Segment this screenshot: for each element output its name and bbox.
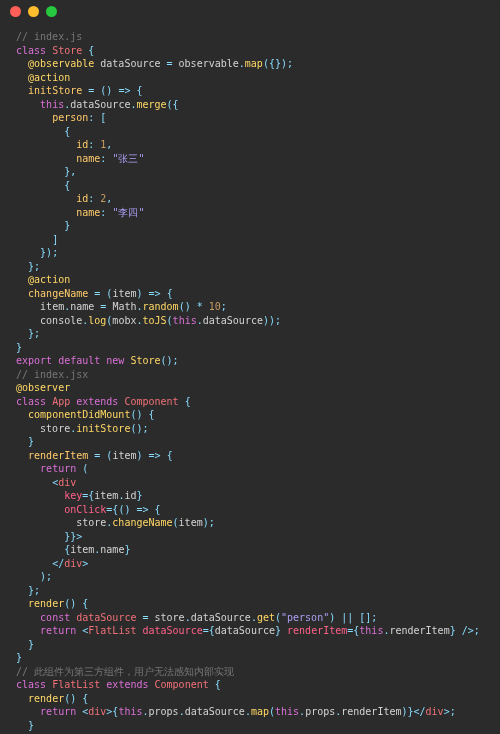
code-line: key={item.id} xyxy=(16,490,143,501)
code-token: => xyxy=(149,288,161,299)
code-token: { xyxy=(215,679,221,690)
code-line: ] xyxy=(16,234,58,245)
code-token: item xyxy=(70,544,94,555)
code-token: >{ xyxy=(106,706,118,717)
code-token: dataSource xyxy=(70,99,130,110)
code-token: Store xyxy=(130,355,160,366)
code-line: <div xyxy=(16,477,76,488)
code-token: "张三" xyxy=(112,153,144,164)
code-line: // index.js xyxy=(16,31,82,42)
code-token: { xyxy=(82,598,88,609)
code-token: changeName xyxy=(112,517,172,528)
code-token: }); xyxy=(40,247,58,258)
code-line: class Store { xyxy=(16,45,94,56)
code-line: item.name = Math.random() * 10; xyxy=(16,301,227,312)
code-line: }; xyxy=(16,585,40,596)
code-line: class FlatList extends Component { xyxy=(16,679,221,690)
code-token: @observable xyxy=(28,58,94,69)
code-token: @action xyxy=(28,274,70,285)
code-token: dataSource xyxy=(203,315,263,326)
code-token xyxy=(16,571,40,582)
code-token: ); xyxy=(203,517,215,528)
code-token: Store xyxy=(52,45,82,56)
code-token: id xyxy=(76,193,88,204)
code-line: }; xyxy=(16,261,40,272)
code-token: name xyxy=(76,153,100,164)
code-token: { xyxy=(155,504,161,515)
code-token: onClick xyxy=(64,504,106,515)
code-token: store xyxy=(16,517,106,528)
code-token: renderItem xyxy=(389,625,449,636)
code-token: } xyxy=(28,720,34,731)
code-token: (); xyxy=(161,355,179,366)
code-line: }, xyxy=(16,166,76,177)
code-token: map xyxy=(245,58,263,69)
code-token xyxy=(16,166,64,177)
code-line: export default new Store(); xyxy=(16,355,179,366)
code-token: { xyxy=(148,409,154,420)
code-token: Math xyxy=(106,301,136,312)
maximize-icon[interactable] xyxy=(46,6,57,17)
code-token: item xyxy=(179,517,203,528)
window-titlebar xyxy=(0,0,500,22)
code-token xyxy=(16,99,40,110)
code-line: @action xyxy=(16,274,70,285)
code-token: renderItem xyxy=(28,450,88,461)
code-token: } xyxy=(136,490,142,501)
code-window: // index.js class Store { @observable da… xyxy=(0,0,500,734)
code-token xyxy=(16,274,28,285)
code-line: return <div>{this.props.dataSource.map(t… xyxy=(16,706,456,717)
code-token: 10 xyxy=(209,301,221,312)
code-token xyxy=(16,58,28,69)
code-line: </div> xyxy=(16,558,88,569)
code-token: > xyxy=(82,558,88,569)
code-token: [ xyxy=(100,112,106,123)
code-line: @action xyxy=(16,72,70,83)
code-token: item xyxy=(112,288,136,299)
code-token: random xyxy=(143,301,179,312)
code-line: return <FlatList dataSource={dataSource}… xyxy=(16,625,480,636)
code-line: } xyxy=(16,720,34,731)
code-line: } xyxy=(16,639,34,650)
code-line: { xyxy=(16,126,70,137)
code-token: this xyxy=(359,625,383,636)
code-line: return ( xyxy=(16,463,88,474)
close-icon[interactable] xyxy=(10,6,21,17)
code-line: }}> xyxy=(16,531,82,542)
code-line: initStore = () => { xyxy=(16,85,143,96)
code-token: />; xyxy=(462,625,480,636)
code-token: div xyxy=(426,706,444,717)
code-token: return xyxy=(40,706,76,717)
code-token xyxy=(16,436,28,447)
code-token: @action xyxy=(28,72,70,83)
code-line: class App extends Component { xyxy=(16,396,191,407)
code-token: export default new xyxy=(16,355,124,366)
code-token: }; xyxy=(28,328,40,339)
code-token: div xyxy=(64,558,82,569)
code-line: name: "张三" xyxy=(16,153,144,164)
code-token xyxy=(16,234,52,245)
code-token: } xyxy=(124,544,130,555)
code-token xyxy=(16,301,40,312)
code-token xyxy=(16,625,40,636)
code-token: dataSource xyxy=(185,706,245,717)
code-token: ({ xyxy=(167,99,179,110)
code-token: renderItem xyxy=(287,625,347,636)
code-token: render xyxy=(28,693,64,704)
code-token xyxy=(16,207,76,218)
code-token: store xyxy=(16,423,70,434)
code-line: @observer xyxy=(16,382,70,393)
code-line: } xyxy=(16,342,22,353)
code-token: class xyxy=(16,396,46,407)
minimize-icon[interactable] xyxy=(28,6,39,17)
code-token: { xyxy=(167,288,173,299)
code-line: } xyxy=(16,220,70,231)
code-line: ); xyxy=(16,571,52,582)
code-token xyxy=(16,85,28,96)
code-token: get xyxy=(257,612,275,623)
code-token: ; xyxy=(221,301,227,312)
code-token: map xyxy=(251,706,269,717)
code-token: }, xyxy=(64,166,76,177)
code-token xyxy=(16,409,28,420)
code-token: ); xyxy=(40,571,52,582)
